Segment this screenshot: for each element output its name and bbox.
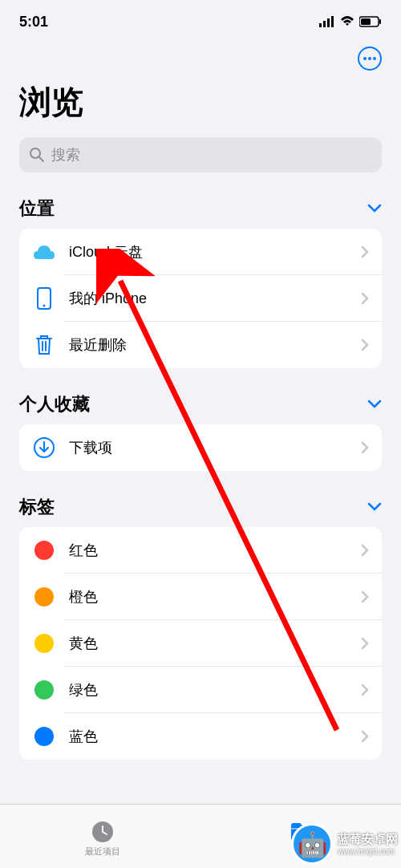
list-item-tag-green[interactable]: 绿色 — [19, 667, 382, 713]
svg-rect-2 — [327, 18, 330, 27]
list-item-tag-blue[interactable]: 蓝色 — [19, 713, 382, 760]
list-item-downloads[interactable]: 下载项 — [19, 424, 382, 471]
item-label: 我的 iPhone — [69, 289, 348, 308]
section-locations: 位置 iCloud 云盘 我的 iPhone 最近删除 — [0, 189, 401, 368]
chevron-right-icon — [361, 590, 369, 603]
item-label: 蓝色 — [69, 727, 348, 746]
list-item-icloud[interactable]: iCloud 云盘 — [19, 229, 382, 275]
search-placeholder: 搜索 — [51, 145, 80, 164]
status-time: 5:01 — [19, 14, 48, 30]
wifi-icon — [340, 16, 354, 27]
chevron-right-icon — [361, 292, 369, 305]
locations-card: iCloud 云盘 我的 iPhone 最近删除 — [19, 229, 382, 368]
section-header-favorites[interactable]: 个人收藏 — [0, 384, 401, 424]
more-button-container — [0, 40, 401, 77]
favorites-card: 下载项 — [19, 424, 382, 471]
status-icons — [319, 16, 382, 27]
section-title: 标签 — [19, 495, 55, 519]
search-icon — [29, 147, 45, 163]
list-item-trash[interactable]: 最近删除 — [19, 322, 382, 368]
clock-icon — [91, 820, 115, 844]
icloud-icon — [32, 240, 56, 264]
svg-rect-5 — [361, 18, 371, 25]
tag-dot-blue — [32, 724, 56, 748]
section-title: 个人收藏 — [19, 392, 90, 416]
item-label: 红色 — [69, 541, 348, 560]
section-header-locations[interactable]: 位置 — [0, 189, 401, 229]
chevron-right-icon — [361, 683, 369, 696]
trash-icon — [32, 333, 56, 357]
list-item-tag-orange[interactable]: 橙色 — [19, 574, 382, 620]
chevron-right-icon — [361, 544, 369, 557]
battery-icon — [359, 16, 382, 27]
svg-rect-0 — [319, 23, 322, 27]
more-button[interactable] — [358, 47, 382, 71]
svg-line-11 — [39, 157, 43, 161]
item-label: 最近删除 — [69, 335, 348, 355]
svg-rect-1 — [323, 21, 326, 27]
tag-dot-yellow — [32, 631, 56, 655]
chevron-right-icon — [361, 245, 369, 258]
section-title: 位置 — [19, 197, 55, 221]
svg-point-13 — [43, 305, 46, 307]
svg-point-8 — [368, 57, 371, 60]
watermark-url: www.lmkjst.com — [338, 847, 398, 856]
tag-dot-green — [32, 678, 56, 702]
chevron-down-icon — [367, 502, 382, 512]
watermark: 🤖 蓝莓安卓网 www.lmkjst.com — [291, 823, 398, 865]
section-favorites: 个人收藏 下载项 — [0, 384, 401, 471]
list-item-iphone[interactable]: 我的 iPhone — [19, 275, 382, 322]
section-header-tags[interactable]: 标签 — [0, 487, 401, 527]
svg-point-9 — [373, 57, 376, 60]
tag-dot-orange — [32, 585, 56, 609]
chevron-down-icon — [367, 204, 382, 213]
item-label: iCloud 云盘 — [69, 242, 348, 262]
search-input[interactable]: 搜索 — [19, 137, 382, 172]
tab-label: 最近项目 — [85, 846, 120, 858]
svg-rect-3 — [331, 16, 334, 27]
list-item-tag-red[interactable]: 红色 — [19, 527, 382, 574]
status-bar: 5:01 — [0, 0, 401, 40]
item-label: 黄色 — [69, 634, 348, 653]
chevron-right-icon — [361, 441, 369, 454]
chevron-down-icon — [367, 400, 382, 409]
watermark-title: 蓝莓安卓网 — [338, 832, 398, 847]
download-icon — [32, 436, 56, 460]
tags-card: 红色 橙色 黄色 绿色 蓝色 — [19, 527, 382, 760]
tab-recents[interactable]: 最近项目 — [85, 820, 120, 858]
item-label: 下载项 — [69, 438, 348, 457]
watermark-logo-icon: 🤖 — [291, 823, 333, 865]
iphone-icon — [32, 286, 56, 310]
svg-point-10 — [30, 148, 40, 158]
signal-icon — [319, 16, 335, 27]
ellipsis-icon — [363, 57, 376, 60]
svg-point-7 — [363, 57, 367, 60]
chevron-right-icon — [361, 730, 369, 743]
chevron-right-icon — [361, 339, 369, 351]
item-label: 橙色 — [69, 587, 348, 606]
item-label: 绿色 — [69, 680, 348, 700]
chevron-right-icon — [361, 637, 369, 650]
section-tags: 标签 红色 橙色 黄色 绿色 蓝色 — [0, 487, 401, 760]
svg-rect-6 — [379, 19, 381, 24]
page-title: 浏览 — [0, 77, 401, 137]
tag-dot-red — [32, 538, 56, 562]
list-item-tag-yellow[interactable]: 黄色 — [19, 620, 382, 667]
